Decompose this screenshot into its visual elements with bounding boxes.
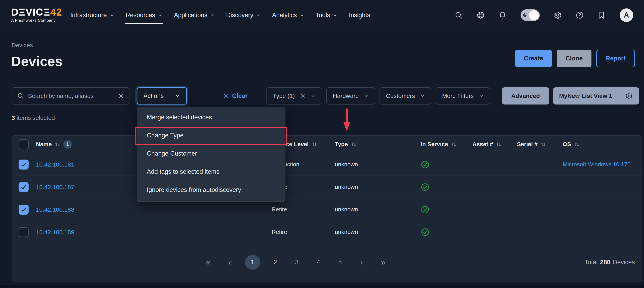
annotation-arrow [342, 108, 351, 132]
search-icon[interactable] [455, 11, 463, 19]
row-checkbox[interactable] [18, 205, 28, 215]
in-service-check-icon [421, 183, 430, 191]
device-name-link[interactable]: 10.42.100.181 [36, 161, 74, 168]
main-nav: Infrastructure Resources Applications Di… [70, 0, 374, 30]
filter-chip-label: Type (1) [273, 93, 295, 99]
list-view-button[interactable]: MyNew List View 1 [553, 87, 639, 105]
menu-item-ignore-devices-from-autodiscovery[interactable]: Ignore devices from autodiscovery [137, 181, 285, 199]
sort-icon [540, 142, 546, 147]
table-row: 10.42.100.187 Retire unknown [12, 175, 642, 198]
next-page-button[interactable]: › [355, 255, 368, 270]
filter-chip-label: Hardware [333, 93, 359, 99]
first-page-button[interactable]: « [202, 255, 214, 270]
header-actions: Create Clone Report [515, 50, 635, 67]
check-icon [20, 183, 27, 191]
nav-item-applications[interactable]: Applications [174, 0, 215, 30]
avatar[interactable]: A [620, 8, 633, 22]
bell-icon[interactable] [498, 11, 506, 19]
search-input[interactable] [28, 93, 114, 99]
list-view-label: MyNew List View 1 [559, 93, 612, 99]
chevron-down-icon [364, 93, 369, 99]
service-level-cell: Retire [272, 229, 335, 235]
search-box [12, 87, 130, 105]
clear-search-icon[interactable] [118, 93, 124, 99]
type-cell: unknown [335, 206, 421, 213]
os-link[interactable]: Microsoft Windows 10 170 [563, 161, 630, 167]
check-icon [20, 161, 27, 168]
in-service-check-icon [421, 205, 430, 214]
gear-icon[interactable] [626, 92, 633, 100]
actions-label: Actions [144, 92, 164, 100]
chevron-down-icon [210, 13, 215, 18]
filter-chip-customers[interactable]: Customers [380, 87, 431, 105]
logo-text: DΞVICΞ [11, 6, 50, 18]
clone-button[interactable]: Clone [557, 50, 592, 67]
create-button[interactable]: Create [515, 50, 552, 67]
filter-chip-hardware[interactable]: Hardware [326, 87, 375, 105]
filter-chip-more-filters[interactable]: More Filters [436, 87, 490, 105]
row-checkbox[interactable] [18, 159, 28, 169]
page-4[interactable]: 4 [312, 255, 325, 270]
nav-item-tools[interactable]: Tools [316, 0, 338, 30]
column-header-serial[interactable]: Serial # [517, 141, 563, 147]
filter-chip-type-1[interactable]: Type (1) [266, 87, 322, 105]
bookmark-icon[interactable] [598, 11, 606, 19]
topbar-icons: A [455, 0, 633, 30]
nav-item-analytics[interactable]: Analytics [272, 0, 304, 30]
nav-item-insights+[interactable]: Insights+ [349, 0, 374, 30]
page-2[interactable]: 2 [269, 255, 282, 270]
menu-item-merge-selected-devices[interactable]: Merge selected devices [137, 108, 285, 126]
remove-filter-icon[interactable] [300, 93, 306, 99]
chevron-down-icon [420, 93, 425, 99]
row-checkbox[interactable] [18, 227, 28, 237]
device-name-link[interactable]: 10.42.100.187 [36, 184, 74, 190]
page-3[interactable]: 3 [290, 255, 303, 270]
row-checkbox[interactable] [18, 182, 28, 192]
menu-item-label: Merge selected devices [147, 114, 212, 121]
menu-item-add-tags-to-selected-items[interactable]: Add tags to selected items [137, 162, 285, 181]
column-header-in-service[interactable]: In Service [421, 141, 472, 147]
sort-ascending-icon [54, 142, 60, 147]
device-name-link[interactable]: 10.42.100.189 [36, 229, 74, 235]
prev-page-button[interactable]: ‹ [223, 255, 236, 270]
menu-item-label: Change Customer [147, 150, 197, 157]
advanced-button[interactable]: Advanced [502, 87, 549, 105]
chevron-down-icon [300, 13, 304, 18]
help-icon[interactable] [576, 11, 584, 19]
total-count: Total 280 Devices [585, 242, 635, 282]
sort-order-badge: 1 [63, 140, 72, 149]
actions-dropdown-button[interactable]: Actions [137, 87, 187, 105]
page-title: Devices [11, 53, 62, 69]
column-header-type[interactable]: Type [335, 141, 421, 147]
page-1[interactable]: 1 [245, 255, 260, 270]
device42-logo[interactable]: DΞVICΞ42 A Freshworks Company [11, 7, 62, 23]
page-5[interactable]: 5 [334, 255, 346, 270]
chevron-down-icon [256, 13, 261, 18]
in-service-check-icon [421, 160, 430, 169]
nav-item-discovery[interactable]: Discovery [226, 0, 261, 30]
device-name-link[interactable]: 10.42.100.188 [36, 206, 74, 213]
nav-item-label: Analytics [272, 11, 297, 19]
filter-chips: Type (1) Hardware Customers More Filters [266, 87, 490, 105]
clear-x-icon [222, 93, 229, 99]
theme-toggle[interactable] [520, 9, 540, 21]
chevron-down-icon [175, 93, 180, 99]
column-header-asset[interactable]: Asset # [472, 141, 517, 147]
select-all-checkbox[interactable] [18, 140, 28, 149]
chevron-down-icon [310, 93, 316, 99]
clear-filters-button[interactable]: Clear [222, 87, 248, 105]
menu-item-change-type[interactable]: Change Type [137, 126, 285, 144]
globe-icon[interactable] [476, 11, 484, 19]
menu-item-change-customer[interactable]: Change Customer [137, 144, 285, 162]
gear-icon[interactable] [554, 11, 562, 19]
sort-icon [451, 142, 457, 147]
sort-icon [574, 142, 580, 147]
nav-item-label: Resources [126, 11, 155, 19]
report-button[interactable]: Report [596, 50, 635, 67]
nav-item-resources[interactable]: Resources [126, 0, 163, 30]
column-header-os[interactable]: OS [563, 141, 642, 147]
nav-item-label: Insights+ [349, 11, 374, 19]
nav-item-infrastructure[interactable]: Infrastructure [70, 0, 114, 30]
last-page-button[interactable]: » [377, 255, 390, 270]
table-row: 10.42.100.189 Retire unknown [12, 221, 642, 243]
